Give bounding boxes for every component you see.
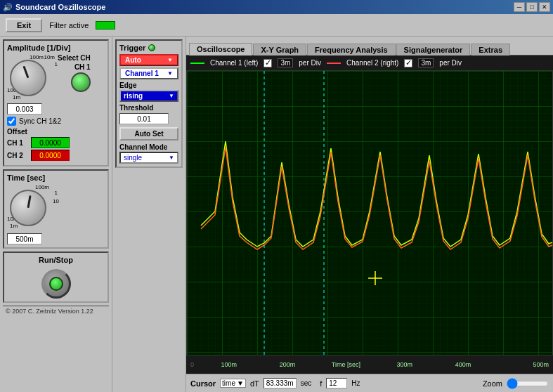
trigger-edge-arrow: ▼ [169,93,174,99]
select-ch-area: Select CH CH 1 [58,54,91,92]
threshold-title: Threshold [119,104,178,112]
ch1-selector-knob[interactable] [71,72,91,92]
time-title: Time [sec] [7,174,105,182]
time-axis-label: Time [sec] [319,361,373,368]
trigger-mode-button[interactable]: Auto ▼ [119,54,178,66]
trigger-edge-label: rising [124,92,143,100]
tab-oscilloscope[interactable]: Oscilloscope [189,43,252,55]
top-bar: Exit Filter active [0,14,553,37]
ch1-per-div-unit: per Div [299,59,321,67]
zoom-slider[interactable] [507,379,549,388]
ch2-checkbox[interactable]: ✓ [404,59,412,67]
time-knob[interactable] [10,190,46,226]
maximize-button[interactable]: □ [526,2,538,12]
main-window: Exit Filter active Amplitude [1/Div] 10m… [0,14,553,392]
amplitude-spinbox[interactable] [7,103,42,115]
trigger-title: Trigger [119,44,145,52]
trigger-panel: Trigger Auto ▼ Channel 1 ▼ Edge rising ▼… [112,37,186,392]
trigger-channel-label: Channel 1 [125,70,159,77]
dt-unit: sec [301,379,312,387]
amplitude-section: Amplitude [1/Div] 10m 100m 1 100u 1m [3,39,109,166]
amplitude-spinbox-row [7,103,105,115]
auto-set-button[interactable]: Auto Set [119,127,178,141]
threshold-input[interactable] [119,113,169,124]
ch1-offset-value[interactable]: 0.0000 [31,137,70,148]
cursor-type-value: time [222,379,235,387]
dt-label: dT [250,379,259,388]
cursor-bar: Cursor time ▼ dT 83.333m sec f 12 Hz Zoo… [186,374,553,392]
time-spinbox[interactable] [7,233,42,244]
ch2-offset-label: CH 2 [7,152,28,159]
tab-extras[interactable]: Extras [471,44,510,55]
amplitude-knob[interactable] [10,60,46,96]
exit-button[interactable]: Exit [6,18,42,32]
time-knob-area: 100m 1 10m 1m 10 [7,184,55,232]
trigger-channel-arrow: ▼ [167,70,173,77]
channel-mode-arrow: ▼ [169,155,174,161]
channel-mode-label: single [124,154,142,162]
ch2-offset-row: CH 2 0.0000 [7,150,105,161]
tab-signalgenerator[interactable]: Signalgenerator [396,44,471,55]
minimize-button[interactable]: ─ [514,2,525,12]
content-area: Amplitude [1/Div] 10m 100m 1 100u 1m [0,37,553,392]
left-panel: Amplitude [1/Div] 10m 100m 1 100u 1m [0,37,112,392]
channel-mode-title: Channel Mode [119,143,178,151]
ch1-legend-label: Channel 1 (left) [210,59,258,67]
amplitude-title: Amplitude [1/Div] [7,44,105,52]
ch1-per-div-value: 3m [278,58,293,67]
trigger-channel-button[interactable]: Channel 1 ▼ [119,67,178,79]
trigger-header: Trigger [119,44,178,52]
ch1-offset-row: CH 1 0.0000 [7,137,105,148]
right-panel: Oscilloscope X-Y Graph Frequency Analysi… [186,37,553,392]
ch1-label: CH 1 [74,63,91,71]
amp-label-1m: 1m [13,94,20,100]
trigger-section: Trigger Auto ▼ Channel 1 ▼ Edge rising ▼… [115,39,183,168]
dt-value: 83.333m [264,378,297,388]
scope-canvas[interactable] [186,70,553,355]
channel-mode-button[interactable]: single ▼ [119,152,178,164]
sync-checkbox[interactable] [7,117,16,126]
ch1-offset-label: CH 1 [7,139,28,147]
close-button[interactable]: ✕ [539,2,550,12]
trigger-led [148,44,155,51]
time-label-100m: 100m [35,184,49,190]
trigger-mode-arrow: ▼ [167,57,173,63]
run-stop-title: Run/Stop [39,256,73,264]
offset-section: Offset CH 1 0.0000 CH 2 0.0000 [7,128,105,161]
cursor-label: Cursor [190,379,216,388]
f-label: f [320,379,322,388]
title-bar: 🔊 Soundcard Oszilloscope ─ □ ✕ [0,0,553,14]
time-label-10: 10 [53,198,59,204]
tabs-bar: Oscilloscope X-Y Graph Frequency Analysi… [186,37,553,55]
time-spinbox-row [7,233,105,244]
sync-row: Sync CH 1&2 [7,117,105,126]
sync-label: Sync CH 1&2 [19,117,61,125]
filter-label: Filter active [49,21,89,30]
ch1-line-indicator [190,63,204,64]
trigger-mode-label: Auto [125,56,141,64]
time-section: Time [sec] 100m 1 10m 1m 10 [3,169,109,249]
edge-title: Edge [119,81,178,89]
select-ch-label: Select CH [58,54,91,62]
window-title: Soundcard Oszilloscope [15,3,105,11]
ch2-per-div-value: 3m [418,58,434,67]
tab-xy-graph[interactable]: X-Y Graph [253,44,306,55]
run-stop-section: Run/Stop [3,251,109,303]
ch2-offset-value[interactable]: 0.0000 [31,150,70,161]
time-label-1: 1 [55,190,58,196]
amp-label-10m: 10m [44,54,55,60]
run-stop-button[interactable] [41,269,71,299]
tab-frequency-analysis[interactable]: Frequency Analysis [307,44,396,55]
filter-active-indicator [96,21,115,30]
ch1-checkbox[interactable]: ✓ [264,59,272,67]
trigger-edge-button[interactable]: rising ▼ [119,90,178,102]
zoom-label: Zoom [483,379,502,388]
f-unit: Hz [351,379,360,387]
ch2-legend-label: Channel 2 (right) [346,59,398,67]
amplitude-knob-area: 10m 100m 1 100u 1m [7,54,55,102]
bottom-axis-bar: 0 100m 200m Time [sec] 300m 400m 500m [186,355,553,374]
cursor-type-dropdown[interactable]: time ▼ [220,379,246,388]
channel-legend: Channel 1 (left) ✓ 3m per Div Channel 2 … [186,55,553,70]
cursor-type-arrow: ▼ [237,379,244,387]
offset-title: Offset [7,128,105,136]
